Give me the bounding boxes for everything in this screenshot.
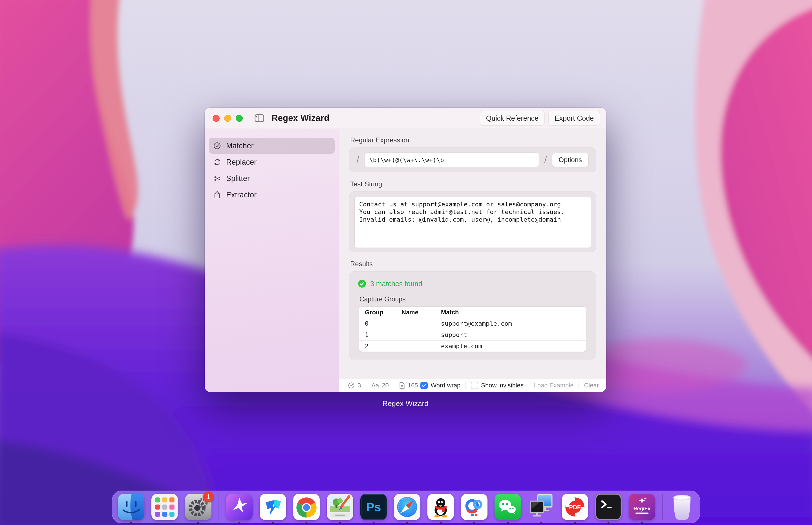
dock-wechat[interactable] xyxy=(495,494,521,520)
font-size-icon: Aa xyxy=(371,382,379,389)
dock-paint-app[interactable] xyxy=(327,494,353,520)
scissors-icon xyxy=(213,174,221,183)
dock-trash[interactable] xyxy=(670,494,694,520)
cell-match: support@example.com xyxy=(435,320,586,327)
dock-regex-wizard[interactable]: Reg/Ex xyxy=(629,494,655,520)
sidebar-item-splitter[interactable]: Splitter xyxy=(209,170,335,186)
regex-options-button[interactable]: Options xyxy=(552,153,588,167)
safari-icon xyxy=(394,494,420,520)
column-header-match: Match xyxy=(435,309,586,316)
running-indicator xyxy=(339,522,341,524)
running-indicator xyxy=(306,522,307,524)
table-row[interactable]: 1 support xyxy=(359,329,586,341)
dock-terminal[interactable] xyxy=(595,494,622,520)
dock-separator xyxy=(662,494,663,520)
sidebar-item-label: Extractor xyxy=(226,191,257,199)
window-title: Regex Wizard xyxy=(271,113,329,123)
running-indicator xyxy=(197,522,199,524)
refresh-arrows-icon xyxy=(213,158,221,166)
dock-todesk[interactable] xyxy=(260,494,286,520)
chrome-icon xyxy=(293,494,320,520)
match-status: 3 matches found xyxy=(358,280,588,288)
sidebar-item-label: Splitter xyxy=(226,174,250,183)
paint-app-icon xyxy=(327,494,353,520)
quick-reference-button[interactable]: Quick Reference xyxy=(480,111,545,125)
success-check-icon xyxy=(358,280,366,288)
dock-photoshop[interactable]: Ps xyxy=(360,494,387,520)
regex-pattern-input[interactable] xyxy=(364,152,539,167)
photoshop-text: Ps xyxy=(366,500,381,514)
running-indicator xyxy=(641,522,643,524)
share-icon xyxy=(213,191,221,199)
sidebar-item-label: Matcher xyxy=(226,141,254,150)
sidebar-item-label: Replacer xyxy=(226,158,257,167)
load-example-button[interactable]: Load Example xyxy=(534,382,574,389)
wechat-icon xyxy=(495,494,521,520)
test-section-label: Test String xyxy=(350,180,596,188)
dock-finder[interactable] xyxy=(118,494,144,520)
cell-group: 0 xyxy=(359,320,396,327)
baidu-netdisk-icon xyxy=(461,494,487,520)
photoshop-icon: Ps xyxy=(360,494,387,520)
statusbar-char-count: 165 xyxy=(408,382,418,389)
sidebar-item-extractor[interactable]: Extractor xyxy=(209,187,335,203)
dock-purple-geometric-app[interactable] xyxy=(226,494,253,520)
dock-separator xyxy=(219,494,219,520)
minimize-button[interactable] xyxy=(224,115,231,122)
launchpad-icon xyxy=(151,494,178,520)
running-indicator xyxy=(541,522,542,524)
dock-launchpad[interactable] xyxy=(151,494,178,520)
running-indicator xyxy=(607,522,610,524)
cell-group: 2 xyxy=(359,343,396,350)
show-invisibles-checkbox[interactable] xyxy=(471,382,478,389)
dock-system-settings[interactable]: 1 xyxy=(185,494,211,520)
status-bar: 3 Aa 20 165 xyxy=(339,379,606,392)
table-row[interactable]: 2 example.com xyxy=(359,341,586,351)
word-wrap-label: Word wrap xyxy=(431,382,461,389)
document-icon xyxy=(399,382,405,389)
titlebar: Regex Wizard Quick Reference Export Code xyxy=(205,108,606,129)
regex-wizard-window: Regex Wizard Quick Reference Export Code… xyxy=(205,108,606,392)
match-count-icon xyxy=(348,382,355,389)
purple-geometric-app-icon xyxy=(226,494,253,520)
check-circle-icon xyxy=(213,141,221,150)
dock-qq[interactable] xyxy=(427,494,454,520)
column-header-group: Group xyxy=(359,309,396,316)
pdf-text: PDF xyxy=(569,504,581,510)
todesk-icon xyxy=(260,494,286,520)
cell-match: example.com xyxy=(435,343,586,350)
window-app-label: Regex Wizard xyxy=(205,399,606,408)
match-count-text: 3 matches found xyxy=(370,280,422,288)
test-string-textarea[interactable]: Contact us at support@example.com or sal… xyxy=(355,197,591,247)
results-card: 3 matches found Capture Groups Group Nam… xyxy=(349,271,596,360)
show-invisibles-label: Show invisibles xyxy=(481,382,523,389)
regex-close-delimiter: / xyxy=(544,155,547,165)
table-row[interactable]: 0 support@example.com xyxy=(359,318,586,329)
cell-group: 1 xyxy=(359,331,396,338)
sidebar-item-matcher[interactable]: Matcher xyxy=(209,138,335,154)
dual-monitors-icon xyxy=(528,494,555,520)
results-section-label: Results xyxy=(350,260,596,268)
statusbar-font-size: 20 xyxy=(382,382,389,389)
finder-icon xyxy=(118,494,144,520)
close-button[interactable] xyxy=(213,115,220,122)
word-wrap-checkbox[interactable] xyxy=(420,382,428,389)
textarea-scroll-track xyxy=(584,197,584,247)
clear-button[interactable]: Clear xyxy=(584,382,599,389)
sidebar-item-replacer[interactable]: Replacer xyxy=(209,154,335,170)
running-indicator xyxy=(440,522,442,524)
regex-section-label: Regular Expression xyxy=(350,136,596,144)
dock-baidu-netdisk[interactable] xyxy=(461,494,487,520)
dock: 1 xyxy=(112,491,700,523)
statusbar-match-count: 3 xyxy=(358,382,361,389)
export-code-button[interactable]: Export Code xyxy=(548,111,600,125)
sidebar-toggle-icon[interactable] xyxy=(255,114,264,122)
terminal-icon xyxy=(595,494,622,520)
dock-chrome[interactable] xyxy=(293,494,320,520)
zoom-button[interactable] xyxy=(236,115,243,122)
running-indicator xyxy=(272,522,274,524)
dock-remote-desktop[interactable] xyxy=(528,494,555,520)
dock-safari[interactable] xyxy=(394,494,420,520)
regex-open-delimiter: / xyxy=(357,155,359,165)
dock-pdf-expert[interactable]: PDF xyxy=(562,494,588,520)
